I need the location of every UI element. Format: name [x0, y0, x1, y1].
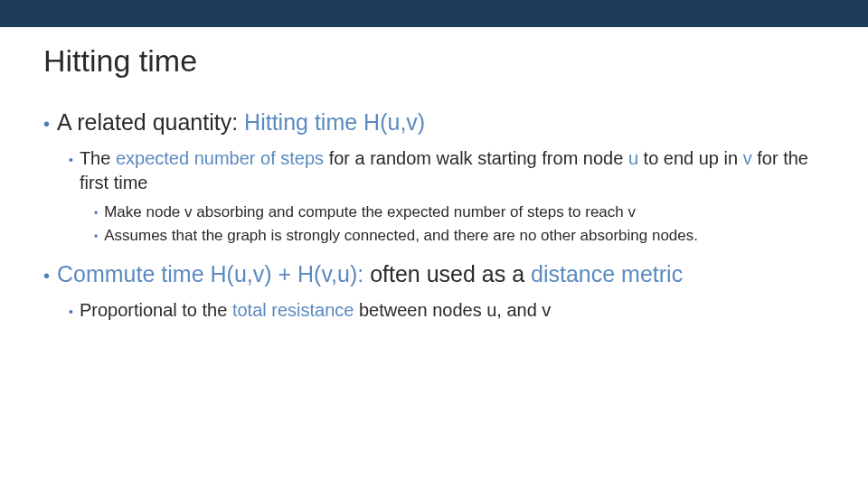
spacer	[43, 250, 832, 259]
highlight-text: Commute time H(u,v) + H(v,u):	[57, 261, 363, 286]
bullet-text: Make node v absorbing and compute the ex…	[104, 202, 636, 223]
text-fragment: The	[80, 148, 116, 168]
text-fragment: between nodes u, and v	[354, 300, 551, 320]
highlight-text: expected number of steps	[116, 148, 324, 168]
top-accent-bar	[0, 0, 868, 27]
text-fragment: often used as a	[363, 261, 531, 286]
bullet-dot-icon: •	[94, 208, 98, 219]
highlight-text: v	[743, 148, 752, 168]
text-fragment: A related quantity:	[57, 109, 244, 135]
bullet-dot-icon: •	[69, 305, 73, 318]
slide-content: Hitting time • A related quantity: Hitti…	[0, 27, 868, 323]
bullet-dot-icon: •	[94, 231, 98, 242]
text-fragment: Proportional to the	[80, 300, 232, 320]
bullet-text: Proportional to the total resistance bet…	[80, 298, 551, 323]
bullet-level1: • A related quantity: Hitting time H(u,v…	[43, 108, 832, 137]
bullet-text: A related quantity: Hitting time H(u,v)	[57, 108, 425, 137]
text-fragment: for a random walk starting from node	[324, 148, 628, 168]
highlight-text: distance metric	[531, 261, 683, 286]
slide-title: Hitting time	[43, 43, 832, 79]
text-fragment: to end up in	[638, 148, 743, 168]
bullet-level3: • Make node v absorbing and compute the …	[94, 202, 832, 223]
bullet-dot-icon: •	[69, 154, 73, 166]
bullet-level3: • Assumes that the graph is strongly con…	[94, 226, 832, 247]
bullet-level2: • Proportional to the total resistance b…	[69, 298, 832, 323]
bullet-text: The expected number of steps for a rando…	[80, 146, 832, 195]
bullet-level1: • Commute time H(u,v) + H(v,u): often us…	[43, 259, 832, 289]
bullet-dot-icon: •	[43, 267, 50, 285]
bullet-dot-icon: •	[43, 115, 50, 133]
highlight-text: total resistance	[232, 300, 354, 320]
highlight-text: u	[628, 148, 638, 168]
bullet-level2: • The expected number of steps for a ran…	[69, 146, 832, 195]
bullet-text: Commute time H(u,v) + H(v,u): often used…	[57, 259, 683, 289]
highlight-text: Hitting time H(u,v)	[244, 109, 425, 135]
bullet-text: Assumes that the graph is strongly conne…	[104, 226, 698, 247]
